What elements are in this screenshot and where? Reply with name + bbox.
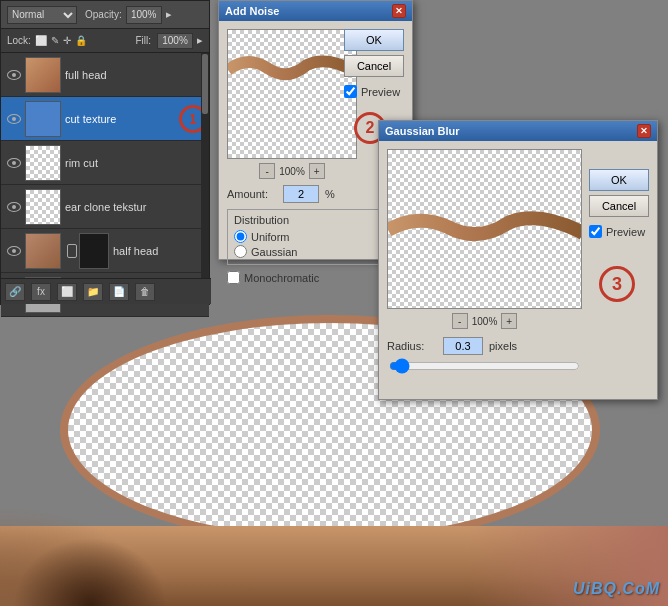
gaussian-row: Gaussian	[234, 245, 397, 258]
eye-visibility-cut-texture[interactable]	[5, 110, 23, 128]
watermark: UiBQ.CoM	[573, 580, 660, 598]
add-noise-preview	[227, 29, 357, 159]
add-noise-title: Add Noise	[225, 5, 279, 17]
uniform-radio[interactable]	[234, 230, 247, 243]
layer-thumb-cut-texture	[25, 101, 61, 137]
layer-name-full-head: full head	[65, 69, 205, 81]
zoom-controls: - 100% +	[227, 163, 357, 179]
layers-bottom-toolbar: 🔗 fx ⬜ 📁 📄 🗑	[1, 278, 211, 304]
add-style-button[interactable]: fx	[31, 283, 51, 301]
radius-label: Radius:	[387, 340, 437, 352]
new-group-button[interactable]: 📁	[83, 283, 103, 301]
gaussian-radio[interactable]	[234, 245, 247, 258]
lock-transparency-icon[interactable]: ⬜	[35, 35, 47, 46]
preview-checkbox[interactable]	[344, 85, 357, 98]
blur-ok-button[interactable]: OK	[589, 169, 649, 191]
lock-all-icon[interactable]: 🔒	[75, 35, 87, 46]
eye-icon-4	[7, 202, 21, 212]
noise-preview-wave	[228, 50, 356, 90]
preview-label: Preview	[361, 86, 400, 98]
add-noise-cancel-button[interactable]: Cancel	[344, 55, 404, 77]
layers-lock-row: Lock: ⬜ ✎ ✛ 🔒 Fill: ▸	[1, 29, 209, 53]
blur-cancel-button[interactable]: Cancel	[589, 195, 649, 217]
layers-scrollbar[interactable]	[201, 53, 209, 293]
amount-unit: %	[325, 188, 335, 200]
delete-layer-button[interactable]: 🗑	[135, 283, 155, 301]
zoom-value: 100%	[279, 166, 305, 177]
link-layers-button[interactable]: 🔗	[5, 283, 25, 301]
uniform-label: Uniform	[251, 231, 290, 243]
distribution-label: Distribution	[234, 214, 397, 226]
opacity-label: Opacity:	[85, 9, 122, 20]
zoom-out-button[interactable]: -	[259, 163, 275, 179]
fill-label: Fill:	[135, 35, 151, 46]
blur-buttons: OK Cancel Preview 3	[589, 169, 649, 282]
layer-thumb-rim-cut	[25, 145, 61, 181]
layer-thumb-full-head	[25, 57, 61, 93]
skin-texture-bottom	[0, 526, 668, 606]
lock-label: Lock:	[7, 35, 31, 46]
radius-row: Radius: pixels	[387, 337, 649, 355]
eye-icon	[7, 70, 21, 80]
add-noise-titlebar: Add Noise ✕	[219, 1, 412, 21]
layer-name-half-head: half head	[113, 245, 205, 257]
monochromatic-checkbox[interactable]	[227, 271, 240, 284]
eye-icon-5	[7, 246, 21, 256]
layer-mask-half-head	[79, 233, 109, 269]
gaussian-blur-dialog: Gaussian Blur ✕ - 100% +	[378, 120, 658, 400]
uniform-row: Uniform	[234, 230, 397, 243]
layer-row-full-head[interactable]: full head	[1, 53, 209, 97]
blur-zoom-in-button[interactable]: +	[501, 313, 517, 329]
layer-name-ear-clone: ear clone tekstur	[65, 201, 205, 213]
opacity-input[interactable]	[126, 6, 162, 24]
gaussian-blur-body: - 100% + Radius: pixels OK Cancel Previe…	[379, 141, 657, 383]
layer-name-rim-cut: rim cut	[65, 157, 205, 169]
eye-visibility-ear-clone[interactable]	[5, 198, 23, 216]
layers-scroll-thumb	[202, 54, 208, 114]
layer-chain-icon	[67, 244, 77, 258]
fill-arrow[interactable]: ▸	[197, 34, 203, 47]
preview-row: Preview	[344, 85, 404, 98]
monochromatic-label: Monochromatic	[244, 272, 319, 284]
gaussian-blur-close-button[interactable]: ✕	[637, 124, 651, 138]
fill-input[interactable]	[157, 33, 193, 49]
gaussian-label: Gaussian	[251, 246, 297, 258]
add-noise-ok-button[interactable]: OK	[344, 29, 404, 51]
eye-icon-2	[7, 114, 21, 124]
gaussian-blur-preview	[387, 149, 582, 309]
eye-visibility-half-head[interactable]	[5, 242, 23, 260]
add-mask-button[interactable]: ⬜	[57, 283, 77, 301]
blur-zoom-out-button[interactable]: -	[452, 313, 468, 329]
amount-input[interactable]	[283, 185, 319, 203]
layer-row-half-head[interactable]: half head	[1, 229, 209, 273]
radius-slider-container	[387, 359, 582, 375]
opacity-arrow[interactable]: ▸	[166, 8, 172, 21]
layer-row-ear-clone[interactable]: ear clone tekstur	[1, 185, 209, 229]
layer-thumb-half-head	[25, 233, 61, 269]
layers-panel: Normal Opacity: ▸ Lock: ⬜ ✎ ✛ 🔒 Fill: ▸ …	[0, 0, 210, 305]
blend-mode-select[interactable]: Normal	[7, 6, 77, 24]
blur-preview-label: Preview	[606, 226, 645, 238]
new-layer-button[interactable]: 📄	[109, 283, 129, 301]
blur-zoom-controls: - 100% +	[387, 313, 582, 329]
gaussian-blur-title: Gaussian Blur	[385, 125, 460, 137]
badge-3: 3	[599, 266, 635, 302]
layer-thumb-ear-clone	[25, 189, 61, 225]
blur-preview-wave	[388, 205, 582, 255]
eye-icon-3	[7, 158, 21, 168]
blur-zoom-value: 100%	[472, 316, 498, 327]
lock-position-icon[interactable]: ✛	[63, 35, 71, 46]
zoom-in-button[interactable]: +	[309, 163, 325, 179]
blur-preview-checkbox[interactable]	[589, 225, 602, 238]
eye-visibility-full-head[interactable]	[5, 66, 23, 84]
radius-input[interactable]	[443, 337, 483, 355]
layer-row-rim-cut[interactable]: rim cut	[1, 141, 209, 185]
layers-mode-row: Normal Opacity: ▸	[1, 1, 209, 29]
lock-pixels-icon[interactable]: ✎	[51, 35, 59, 46]
gaussian-blur-titlebar: Gaussian Blur ✕	[379, 121, 657, 141]
eye-visibility-rim-cut[interactable]	[5, 154, 23, 172]
add-noise-close-button[interactable]: ✕	[392, 4, 406, 18]
layer-row-cut-texture[interactable]: cut texture 1	[1, 97, 209, 141]
blur-preview-row: Preview	[589, 225, 649, 238]
radius-slider[interactable]	[389, 359, 580, 373]
